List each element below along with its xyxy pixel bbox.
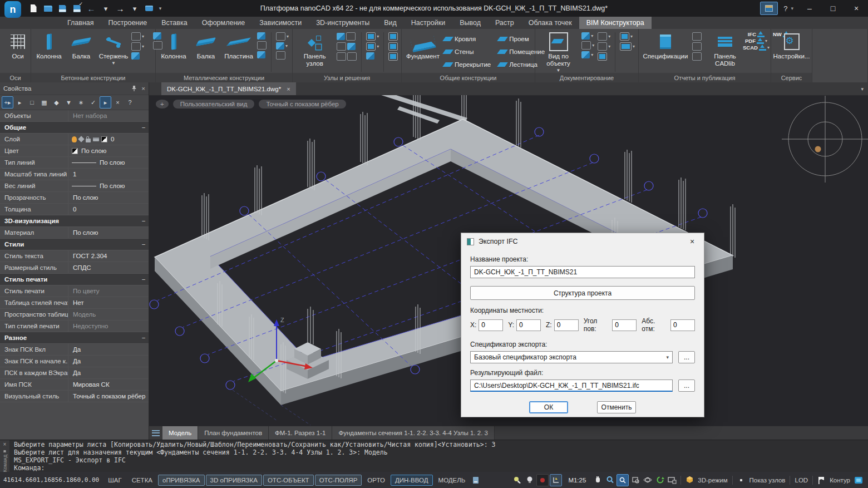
coordinate-input[interactable] — [479, 319, 503, 331]
profile-bot-icon[interactable] — [276, 51, 285, 60]
help-icon[interactable]: ? — [124, 96, 136, 109]
save-icon[interactable] — [57, 3, 68, 14]
property-row[interactable]: 3D-визуализация — [0, 215, 149, 227]
close-panel-icon[interactable]: × — [141, 85, 145, 92]
property-row[interactable]: Знак ПСК в начале к... Да — [0, 356, 149, 367]
profile-top-icon[interactable] — [276, 32, 285, 41]
command-history[interactable]: Выберите параметры листа [Копировать/Уда… — [9, 440, 868, 472]
view-add-icon[interactable] — [388, 42, 398, 51]
dialog-close-icon[interactable]: × — [686, 237, 698, 246]
dim-100-icon[interactable] — [598, 32, 607, 41]
profile-mid-icon[interactable] — [276, 42, 284, 50]
mode-toggle[interactable]: ШАГ — [103, 475, 126, 486]
bulb-icon[interactable] — [524, 475, 535, 486]
property-row[interactable]: Знак ПСК Вкл Да — [0, 344, 149, 356]
property-row[interactable]: Объекты Нет набора — [0, 110, 149, 122]
chevron-down-icon[interactable]: ▾ — [630, 34, 633, 39]
scale-indicator[interactable]: M1:25 — [563, 477, 591, 484]
ribbon-tab[interactable]: Вид — [377, 17, 404, 29]
layout-sheet-icon[interactable] — [470, 475, 481, 486]
property-row[interactable]: Масштаб типа линий 1 — [0, 169, 149, 180]
mode-3d-label[interactable]: 3D-режим — [696, 477, 729, 484]
apply-selection-icon[interactable]: ✓ — [87, 96, 99, 109]
cut-box-icon[interactable] — [581, 51, 590, 58]
ribbon-tab[interactable]: Построение — [101, 17, 155, 29]
chevron-down-icon[interactable]: ▾ — [377, 44, 379, 49]
bolt-icon[interactable] — [257, 32, 265, 40]
mode-toggle[interactable]: ОРТО — [363, 475, 389, 486]
report-link-icon[interactable] — [692, 52, 702, 61]
node-insert-icon[interactable] — [337, 42, 346, 51]
concrete-column-button[interactable]: Колонна — [34, 31, 63, 71]
pin-icon[interactable] — [2, 450, 7, 452]
minimize-button[interactable]: – — [798, 0, 821, 17]
construction-item[interactable]: Стены — [444, 45, 491, 58]
node-calc-icon[interactable] — [347, 43, 356, 50]
ribbon-tab[interactable]: Главная — [60, 17, 101, 29]
mode-toggle[interactable]: ОТС-ПОЛЯР — [315, 475, 362, 486]
specifications-button[interactable]: Спецификации — [642, 31, 689, 71]
pin-icon[interactable] — [131, 85, 137, 92]
ok-button[interactable]: ОК — [529, 401, 568, 413]
report-refresh-icon[interactable] — [692, 42, 702, 51]
construction-item[interactable]: Перекрытие — [444, 58, 491, 71]
orbit-icon[interactable] — [642, 475, 653, 486]
ribbon-tab[interactable]: BIM Конструктора — [579, 17, 652, 29]
coordinate-input[interactable] — [612, 319, 637, 331]
property-row[interactable]: Визуальный стиль Точный с показом рёбер — [0, 391, 149, 402]
zoom-window-icon[interactable] — [617, 474, 629, 486]
steel-column-button[interactable]: Колонна — [159, 31, 188, 71]
quick-select-icon[interactable]: ∗ — [75, 96, 87, 109]
dim-20-icon[interactable] — [598, 42, 607, 51]
ribbon-tab[interactable]: Облака точек — [521, 17, 579, 29]
property-row[interactable]: Вес линий По слою — [0, 180, 149, 192]
detail-mark-icon[interactable] — [366, 42, 376, 51]
export-specifier-select[interactable]: Базовый спецификатор экспорта ▾ — [470, 351, 673, 363]
viewport-frame-icon[interactable] — [853, 475, 864, 486]
nanocad-logo-icon[interactable]: n — [4, 1, 21, 18]
close-command-icon[interactable]: × — [3, 441, 7, 447]
mode-toggle[interactable]: оПРИВЯЗКА — [158, 475, 205, 486]
detail-010-icon[interactable] — [366, 32, 376, 41]
edit-pencil-icon[interactable] — [598, 52, 607, 61]
show-nodes-label[interactable]: Показ узлов — [747, 477, 788, 484]
steel-beam-button[interactable]: Балка — [191, 31, 220, 71]
clear-selection-icon[interactable]: × — [112, 96, 124, 109]
sheet-tab[interactable]: Модель — [162, 426, 198, 440]
screen-toggle-icon[interactable] — [667, 475, 678, 486]
sheet-tab[interactable]: ФМ-1. Разрез 1-1 — [269, 426, 332, 440]
property-row[interactable]: Стиль печати — [0, 274, 149, 285]
ribbon-tab[interactable]: Зависимости — [252, 17, 309, 29]
node-paste-icon[interactable] — [346, 32, 356, 41]
drawing-canvas[interactable]: DK-GCH_КЖ_-1_П_ТТ_NBIMS21.dwg* × ▾ — [149, 82, 868, 440]
node-copy-icon[interactable] — [337, 33, 345, 40]
regen-icon[interactable] — [654, 475, 665, 486]
sheet-note-icon[interactable] — [366, 52, 374, 60]
cadlib-panel-button[interactable]: Панель CADlib — [711, 31, 739, 71]
section-cubes-icon[interactable] — [581, 32, 590, 40]
select-append-icon[interactable]: +▸ — [2, 96, 13, 109]
mode-toggle[interactable]: МОДЕЛЬ — [434, 475, 470, 486]
sheet-list-button[interactable] — [149, 426, 162, 440]
settings-button[interactable]: Настройки... — [775, 31, 808, 71]
tab-list-dropdown-icon[interactable]: ▾ — [861, 82, 864, 95]
pdf-export-button[interactable]: PDF▾ — [745, 38, 767, 44]
property-row[interactable]: ПСК в каждом ВЭкране Да — [0, 367, 149, 379]
channel-icon[interactable] — [131, 42, 141, 51]
scad-export-button[interactable]: SCAD▾ — [743, 45, 770, 51]
chevron-down-icon[interactable]: ▾ — [767, 45, 770, 50]
mode-toggle[interactable]: СЕТКА — [127, 475, 157, 486]
property-row[interactable]: Таблица стилей печати Нет — [0, 297, 149, 309]
property-row[interactable]: Стили — [0, 239, 149, 250]
mode-toggle[interactable]: ОТС-ОБЪЕКТ — [263, 475, 314, 486]
weld-icon[interactable] — [257, 41, 267, 50]
chevron-down-icon[interactable]: ▾ — [765, 38, 767, 43]
view-box-icon[interactable] — [388, 52, 398, 61]
result-file-input[interactable] — [470, 379, 673, 392]
help-caret-icon[interactable]: ▾ — [791, 6, 793, 11]
file-browse-button[interactable]: ... — [678, 379, 695, 392]
pan-icon[interactable] — [592, 475, 603, 486]
mode-toggle[interactable]: 3D оПРИВЯЗКА — [206, 475, 262, 486]
property-row[interactable]: Слой 0 — [0, 134, 149, 145]
property-row[interactable]: Материал По слою — [0, 227, 149, 239]
